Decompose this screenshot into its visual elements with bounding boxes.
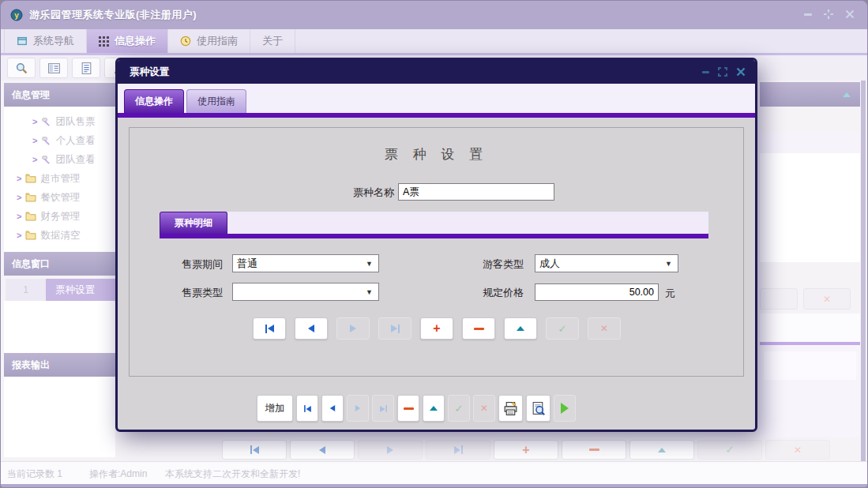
main-nav-last-button[interactable]	[426, 440, 490, 460]
tree-item-label: 个人查看	[55, 134, 95, 148]
main-nav-delete-button[interactable]	[562, 440, 626, 460]
tab-label: 关于	[262, 34, 283, 48]
tab-user-guide[interactable]: 使用指南	[168, 29, 250, 53]
tab-info-operation[interactable]: 信息操作	[87, 29, 168, 53]
main-nav-post-button[interactable]: ✓	[697, 440, 762, 460]
nav-cancel-icon: ✕	[480, 404, 488, 413]
bottom-nav-cancel-button[interactable]: ✕	[473, 395, 495, 422]
bottom-nav-delete-button[interactable]	[397, 395, 419, 422]
restore-button[interactable]	[824, 9, 833, 19]
cancel-icon: ✕	[823, 295, 831, 304]
dialog-close-button[interactable]	[736, 67, 746, 77]
nav-delete-icon	[474, 328, 484, 330]
sidebar-header-info-manage[interactable]: 信息管理	[4, 83, 115, 107]
print-button[interactable]	[498, 395, 523, 422]
main-nav-first-button[interactable]	[222, 440, 287, 460]
nav-post-icon: ✓	[455, 404, 464, 414]
status-bar: 当前记录数 1 操作者:Admin 本系统支持二次开发和全新开发!	[1, 461, 867, 484]
printer-icon	[503, 401, 518, 416]
tree-item-finance[interactable]: > 财务管理	[4, 207, 115, 226]
bottom-nav-edit-button[interactable]	[423, 395, 445, 422]
tree-item-personal-view[interactable]: > 个人查看	[4, 131, 115, 150]
detail-nav-post-button[interactable]: ✓	[546, 317, 579, 340]
nav-delete-icon	[589, 449, 599, 451]
chevron-down-icon: ▼	[665, 260, 678, 268]
dialog-content: 票 种 设 置 票种名称 票种明细 售票期间 普通 ▼ 游客类型 成人 ▼ 售票…	[118, 118, 755, 430]
content-panel-header[interactable]	[760, 82, 860, 107]
dialog-tab-info-operation[interactable]: 信息操作	[124, 89, 184, 113]
app-logo-icon: y	[10, 9, 23, 21]
sidebar-header-info-windows[interactable]: 信息窗口	[4, 252, 115, 276]
window-title: 游乐园管理系统专业版(非注册用户)	[29, 8, 197, 22]
close-button[interactable]	[845, 9, 855, 19]
detail-nav-next-button[interactable]	[336, 317, 370, 340]
ticket-name-label: 票种名称	[353, 186, 394, 200]
tree-item-team-ticketing[interactable]: > 团队售票	[4, 112, 115, 131]
tool-icon	[41, 155, 51, 165]
background-ok-button[interactable]	[760, 288, 798, 310]
ticket-name-input[interactable]	[398, 183, 554, 201]
tab-system-nav[interactable]: 系统导航	[4, 29, 87, 53]
sale-period-value: 普通	[237, 257, 257, 271]
detail-nav-last-button[interactable]	[378, 317, 411, 340]
add-button[interactable]: 增加	[257, 395, 293, 422]
visitor-type-select[interactable]: 成人 ▼	[535, 254, 678, 272]
help-clock-icon	[180, 36, 191, 47]
detail-nav-delete-button[interactable]	[462, 317, 495, 340]
tree-item-label: 数据清空	[40, 229, 80, 242]
dialog-tab-bar: 信息操作 使用指南	[118, 84, 755, 113]
bottom-nav-prior-button[interactable]	[321, 395, 344, 422]
main-nav-next-button[interactable]	[358, 440, 423, 460]
status-message: 本系统支持二次开发和全新开发!	[165, 467, 300, 481]
tab-about[interactable]: 关于	[250, 29, 295, 53]
sidebar-report-panel	[4, 377, 115, 457]
window-icon	[17, 36, 28, 47]
chevron-down-icon: ▼	[366, 260, 378, 268]
open-window-item[interactable]: 票种设置	[46, 279, 115, 301]
minimize-button[interactable]	[804, 13, 812, 16]
main-nav-cancel-button[interactable]: ✕	[765, 440, 830, 460]
bottom-nav-post-button[interactable]: ✓	[448, 395, 470, 422]
dialog-minimize-button[interactable]	[702, 71, 709, 73]
detail-nav-first-button[interactable]	[253, 317, 286, 340]
dialog-maximize-button[interactable]	[718, 67, 727, 77]
document-button[interactable]	[72, 58, 100, 78]
bottom-nav-last-button[interactable]	[372, 395, 394, 422]
bottom-nav-next-button[interactable]	[347, 395, 369, 422]
tree-item-label: 团队查看	[55, 153, 95, 167]
sale-type-select[interactable]: ▼	[232, 283, 379, 301]
detail-tab-ticket-detail[interactable]: 票种明细	[160, 212, 227, 234]
chevron-right-icon: >	[17, 231, 21, 240]
dialog-titlebar: 票种设置	[118, 60, 755, 84]
sidebar-header-report-output[interactable]: 报表输出	[4, 353, 115, 377]
detail-nav-prior-button[interactable]	[295, 317, 328, 340]
folder-icon	[25, 193, 36, 202]
detail-nav-edit-button[interactable]	[504, 317, 537, 340]
main-nav-edit-button[interactable]	[629, 440, 694, 460]
chevron-right-icon: >	[17, 174, 21, 183]
main-nav-insert-button[interactable]: +	[494, 440, 558, 460]
nav-cancel-icon: ✕	[600, 324, 608, 333]
nav-edit-icon	[430, 406, 438, 411]
tree-item-supermarket[interactable]: > 超市管理	[4, 169, 115, 188]
bottom-nav-first-button[interactable]	[296, 395, 318, 422]
tree-item-data-clear[interactable]: > 数据清空	[4, 226, 115, 245]
price-input[interactable]	[535, 283, 659, 301]
search-tool-button[interactable]	[7, 58, 36, 78]
tree-item-catering[interactable]: > 餐饮管理	[4, 188, 115, 207]
main-nav-prior-button[interactable]	[290, 440, 355, 460]
sale-period-select[interactable]: 普通 ▼	[232, 254, 379, 272]
visitor-type-value: 成人	[539, 257, 560, 271]
tree-item-team-view[interactable]: > 团队查看	[4, 150, 115, 169]
run-button[interactable]	[554, 395, 576, 422]
detail-nav-insert-button[interactable]: +	[420, 317, 453, 340]
background-cancel-button[interactable]: ✕	[803, 288, 851, 310]
form-view-button[interactable]	[39, 58, 68, 78]
window-titlebar: y 游乐园管理系统专业版(非注册用户)	[1, 1, 867, 29]
nav-first-icon	[250, 445, 259, 454]
dialog-bottom-toolbar: 增加	[257, 395, 576, 422]
print-preview-button[interactable]	[526, 395, 550, 422]
chevron-down-icon: ▼	[366, 288, 378, 296]
detail-nav-cancel-button[interactable]: ✕	[588, 317, 621, 340]
dialog-tab-user-guide[interactable]: 使用指南	[186, 89, 246, 113]
